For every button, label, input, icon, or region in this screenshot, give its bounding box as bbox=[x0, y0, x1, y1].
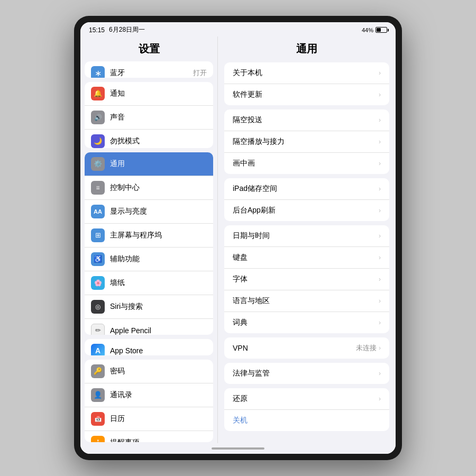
detail-item-update[interactable]: 软件更新 › bbox=[224, 84, 389, 105]
detail-title: 通用 bbox=[218, 36, 396, 60]
chevron-pip: › bbox=[379, 160, 381, 167]
detail-item-language[interactable]: 语言与地区 › bbox=[224, 290, 389, 312]
sidebar-item-homescreen[interactable]: ⊞ 主屏幕与程序坞 bbox=[85, 224, 213, 248]
detail-item-reset[interactable]: 还原 › bbox=[224, 388, 389, 410]
sidebar-item-display[interactable]: AA 显示与亮度 bbox=[85, 200, 213, 224]
detail-group-4: 日期与时间 › 键盘 › 字体 › 语言与地区 › bbox=[224, 225, 389, 333]
detail-label-airdrop: 隔空投送 bbox=[233, 115, 379, 125]
detail-item-font[interactable]: 字体 › bbox=[224, 269, 389, 290]
detail-item-keyboard[interactable]: 键盘 › bbox=[224, 247, 389, 269]
reminders-icon: ⋮ bbox=[91, 436, 105, 442]
sidebar-item-sound[interactable]: 🔊 声音 bbox=[85, 106, 213, 130]
password-icon: 🔑 bbox=[91, 364, 105, 378]
sidebar-item-wallpaper[interactable]: 🌸 墙纸 bbox=[85, 271, 213, 295]
sidebar-item-accessibility[interactable]: ♿ 辅助功能 bbox=[85, 248, 213, 271]
date: 6月28日周一 bbox=[109, 25, 145, 34]
sidebar-item-reminders[interactable]: ⋮ 提醒事项 bbox=[85, 431, 213, 442]
chevron-vpn: › bbox=[379, 344, 381, 352]
detail-item-bgrefresh[interactable]: 后台App刷新 › bbox=[224, 200, 389, 221]
chevron-airdrop: › bbox=[379, 116, 381, 124]
sidebar-label-contacts: 通讯录 bbox=[110, 390, 207, 400]
detail-label-vpn: VPN bbox=[233, 344, 356, 352]
sidebar-item-dnd[interactable]: 🌙 勿扰模式 bbox=[85, 130, 213, 148]
detail-label-datetime: 日期与时间 bbox=[233, 231, 379, 241]
sidebar-group-system2: ⚙️ 通用 ≡ 控制中心 AA 显示与亮度 ⊞ 主屏幕与程序坞 bbox=[85, 152, 213, 335]
ipad-screen: 15:15 6月28日周一 44% 设置 ∗ 蓝牙 打开 bbox=[80, 22, 396, 454]
sidebar-item-bluetooth[interactable]: ∗ 蓝牙 打开 bbox=[85, 61, 213, 78]
detail-item-pip[interactable]: 画中画 › bbox=[224, 153, 389, 174]
sidebar-group-appstore: A App Store bbox=[85, 339, 213, 355]
sidebar-label-calendar: 日历 bbox=[110, 414, 207, 424]
status-bar: 15:15 6月28日周一 44% bbox=[80, 22, 396, 36]
detail-group-3: iPad储存空间 › 后台App刷新 › bbox=[224, 178, 389, 221]
detail-item-airdrop[interactable]: 隔空投送 › bbox=[224, 109, 389, 131]
detail-item-dictionary[interactable]: 词典 › bbox=[224, 312, 389, 333]
detail-item-shutdown[interactable]: 关机 bbox=[224, 410, 389, 431]
detail-label-font: 字体 bbox=[233, 274, 379, 284]
sidebar-label-bluetooth: 蓝牙 bbox=[110, 68, 193, 78]
bluetooth-value: 打开 bbox=[193, 68, 207, 78]
sidebar-item-appstore[interactable]: A App Store bbox=[85, 339, 213, 355]
sidebar-label-notification: 通知 bbox=[110, 89, 207, 98]
sound-icon: 🔊 bbox=[91, 111, 105, 124]
control-icon: ≡ bbox=[91, 181, 105, 195]
detail-item-legal[interactable]: 法律与监管 › bbox=[224, 363, 389, 384]
contacts-icon: 👤 bbox=[91, 388, 105, 402]
detail-item-storage[interactable]: iPad储存空间 › bbox=[224, 178, 389, 200]
dnd-icon: 🌙 bbox=[91, 134, 105, 148]
sidebar-label-siri: Siri与搜索 bbox=[110, 302, 207, 312]
main-content: 设置 ∗ 蓝牙 打开 🔔 通知 bbox=[80, 36, 396, 443]
detail-item-datetime[interactable]: 日期与时间 › bbox=[224, 225, 389, 247]
home-indicator bbox=[80, 443, 396, 454]
battery-fill bbox=[377, 28, 381, 32]
detail-label-keyboard: 键盘 bbox=[233, 253, 379, 262]
sidebar-label-reminders: 提醒事项 bbox=[110, 438, 207, 442]
sidebar-label-general: 通用 bbox=[110, 159, 207, 169]
detail-item-vpn[interactable]: VPN 未连接 › bbox=[224, 337, 389, 359]
siri-icon: ◎ bbox=[91, 300, 105, 314]
detail-group-5: VPN 未连接 › bbox=[224, 337, 389, 359]
chevron-legal: › bbox=[379, 370, 381, 377]
sidebar-label-homescreen: 主屏幕与程序坞 bbox=[110, 231, 207, 240]
detail-label-handoff: 隔空播放与接力 bbox=[233, 137, 379, 147]
chevron-update: › bbox=[379, 91, 381, 98]
sidebar-item-applepencil[interactable]: ✏ Apple Pencil bbox=[85, 319, 213, 335]
chevron-dictionary: › bbox=[379, 319, 381, 326]
bluetooth-icon: ∗ bbox=[91, 66, 105, 78]
calendar-icon: 📅 bbox=[91, 412, 105, 426]
sidebar-group-system1: 🔔 通知 🔊 声音 🌙 勿扰模式 ⏱ 屏幕使用时间 bbox=[85, 82, 213, 148]
status-right: 44% bbox=[362, 27, 387, 33]
appstore-icon: A bbox=[91, 344, 105, 355]
sidebar-item-notification[interactable]: 🔔 通知 bbox=[85, 82, 213, 106]
sidebar-label-sound: 声音 bbox=[110, 113, 207, 122]
sidebar-group-apps: 🔑 密码 👤 通讯录 📅 日历 ⋮ 提醒事项 bbox=[85, 360, 213, 442]
detail-group-1: 关于本机 › 软件更新 › bbox=[224, 62, 389, 105]
detail-label-bgrefresh: 后台App刷新 bbox=[233, 206, 379, 215]
applepencil-icon: ✏ bbox=[91, 324, 105, 335]
sidebar-item-password[interactable]: 🔑 密码 bbox=[85, 360, 213, 383]
sidebar-item-calendar[interactable]: 📅 日历 bbox=[85, 407, 213, 431]
detail-label-language: 语言与地区 bbox=[233, 296, 379, 306]
sidebar-item-general[interactable]: ⚙️ 通用 bbox=[85, 152, 213, 176]
detail-item-about[interactable]: 关于本机 › bbox=[224, 62, 389, 84]
sidebar-item-control[interactable]: ≡ 控制中心 bbox=[85, 176, 213, 200]
homescreen-icon: ⊞ bbox=[91, 228, 105, 242]
detail-value-vpn: 未连接 bbox=[356, 343, 377, 353]
wallpaper-icon: 🌸 bbox=[91, 276, 105, 290]
chevron-about: › bbox=[379, 69, 381, 77]
sidebar-label-accessibility: 辅助功能 bbox=[110, 254, 207, 264]
detail-item-handoff[interactable]: 隔空播放与接力 › bbox=[224, 131, 389, 153]
sidebar-title: 设置 bbox=[80, 36, 217, 60]
sidebar[interactable]: 设置 ∗ 蓝牙 打开 🔔 通知 bbox=[80, 36, 218, 443]
sidebar-item-contacts[interactable]: 👤 通讯录 bbox=[85, 383, 213, 407]
general-icon: ⚙️ bbox=[91, 157, 105, 171]
detail-group-2: 隔空投送 › 隔空播放与接力 › 画中画 › bbox=[224, 109, 389, 174]
notification-icon: 🔔 bbox=[91, 87, 105, 100]
chevron-handoff: › bbox=[379, 138, 381, 145]
sidebar-item-siri[interactable]: ◎ Siri与搜索 bbox=[85, 295, 213, 319]
chevron-keyboard: › bbox=[379, 254, 381, 261]
detail-label-shutdown: 关机 bbox=[233, 416, 381, 425]
sidebar-label-display: 显示与亮度 bbox=[110, 207, 207, 216]
detail-label-update: 软件更新 bbox=[233, 90, 379, 99]
detail-label-dictionary: 词典 bbox=[233, 318, 379, 327]
